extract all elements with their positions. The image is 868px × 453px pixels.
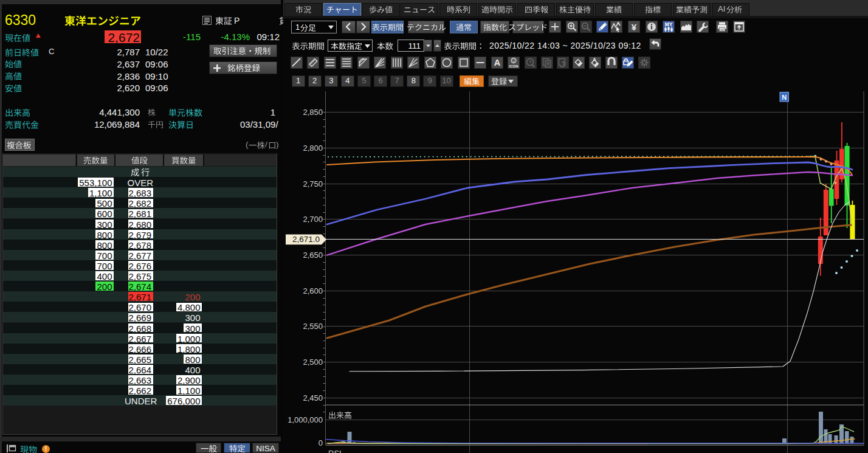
svg-text:0: 0 — [319, 438, 323, 448]
svg-text:2,750: 2,750 — [303, 179, 323, 188]
svg-text:2,800: 2,800 — [303, 144, 323, 153]
svg-text:2,850: 2,850 — [303, 108, 323, 117]
svg-text:2,671.0: 2,671.0 — [292, 235, 320, 244]
svg-text:2,650: 2,650 — [303, 251, 323, 260]
svg-text:N: N — [782, 94, 787, 101]
svg-text:2,600: 2,600 — [303, 286, 323, 296]
svg-text:1,000,000: 1,000,000 — [288, 415, 323, 424]
svg-text:2,550: 2,550 — [303, 322, 323, 331]
svg-text:2,500: 2,500 — [303, 358, 323, 367]
svg-text:2,700: 2,700 — [303, 215, 323, 224]
svg-text:2,450: 2,450 — [303, 393, 323, 403]
